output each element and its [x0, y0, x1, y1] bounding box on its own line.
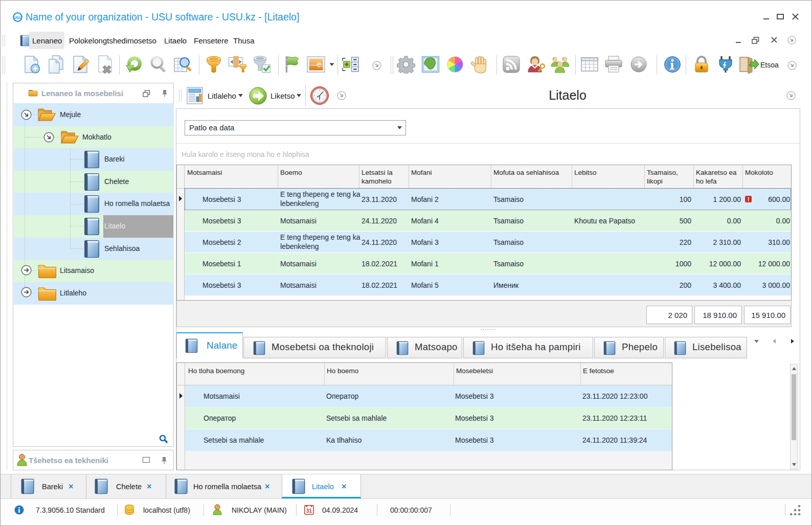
svg-text:31: 31	[306, 508, 312, 514]
svg-text:USU: USU	[14, 16, 21, 19]
